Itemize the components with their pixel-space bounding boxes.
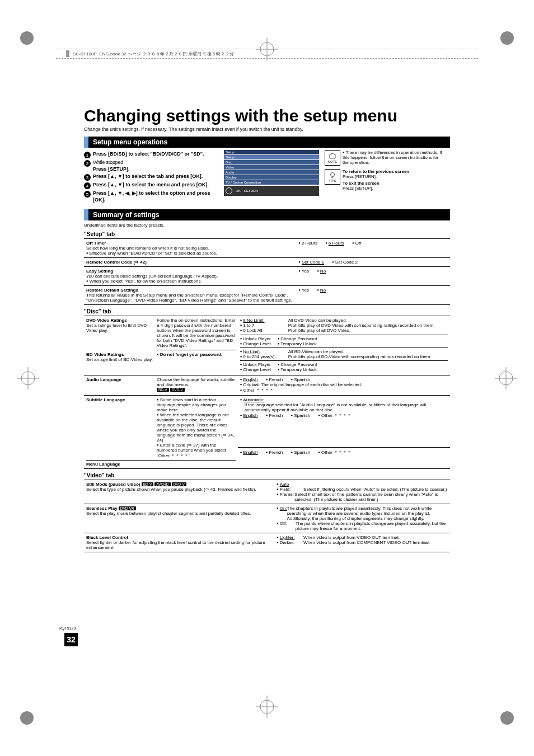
menu-item: TV / Device Connection [224, 180, 319, 185]
setting-title: Remote Control Code (⇨ 42) [86, 260, 147, 265]
tab-disc: "Disc" tab [84, 308, 450, 314]
option-default: 6 Hours [329, 241, 344, 246]
tab-video: "Video" tab [84, 472, 450, 478]
option-desc: Prohibits play of all DVD-Video. [288, 328, 448, 333]
option: Off: [280, 521, 287, 526]
option-default: No [320, 288, 326, 293]
step-text: Press [SETUP]. [93, 166, 130, 172]
note-icon: NOTE [325, 150, 340, 166]
option: Temporary Unlock [278, 341, 317, 346]
step-number: 1 [84, 152, 91, 158]
setting-title: Restore Default Settings [86, 288, 138, 293]
option: 0 Lock All: [243, 328, 263, 333]
note-text: There may be differences in operation me… [343, 150, 442, 165]
option: Yes [298, 288, 309, 293]
menu-item: Setup [224, 155, 319, 159]
option-default: Auto [280, 482, 289, 487]
setting-desc: Some discs start in a certain language d… [157, 397, 226, 412]
option-desc: Original: The original language of each … [243, 382, 362, 387]
setting-desc: Enter a code (⇨ 37) with the numbered bu… [157, 443, 226, 458]
setting-desc: Select the type of picture shown when yo… [86, 487, 256, 492]
option: Unlock Player [240, 336, 271, 341]
setup-table: Off Timer Select how long the unit remai… [84, 238, 450, 305]
step-number: 3 [84, 174, 91, 181]
option: Change Password [278, 362, 317, 367]
option-default: Lighter: [280, 535, 295, 540]
step-text: Press [▲, ▼] to select the menu and pres… [93, 182, 209, 187]
badge: AVCHD [154, 482, 170, 486]
setting-desc: Set a ratings level to limit DVD-Video p… [86, 323, 148, 333]
option-desc: Prohibits play of BD-Video with correspo… [288, 354, 448, 359]
step-text: While stopped [93, 159, 123, 165]
badge: DVD-V [172, 482, 186, 486]
setting-desc: Select the play mode between playlist ch… [86, 511, 251, 516]
svg-point-12 [331, 172, 335, 176]
option-desc: Select if small text or fine patterns ca… [294, 492, 448, 502]
option-desc: All BD-Video can be played. [288, 349, 448, 354]
step-text: Press [BD/SD] to select "BD/DVD/CD" or "… [93, 151, 204, 157]
step-number: 4 [84, 182, 91, 189]
option: Unlock Player [240, 362, 271, 367]
menu-item: Video [224, 165, 319, 170]
setting-title: Off Timer [86, 241, 106, 246]
menu-item: Audio [224, 170, 319, 175]
option: 2 Hours [298, 241, 317, 246]
option: Spanish [291, 377, 311, 382]
option: Spanish [291, 450, 311, 455]
page-subtitle: Change the unit's settings, if necessary… [84, 126, 450, 132]
menu-item: Display [224, 175, 319, 180]
option-desc: When video is output from COMPONENT VIDE… [303, 540, 430, 545]
setting-desc: Choose the language for audio, subtitle … [157, 377, 235, 387]
step-text: Press [▲, ▼, ◀, ▶] to select the option … [93, 190, 210, 203]
section-setup-ops: Setup menu operations [84, 137, 450, 148]
setting-desc: When you select "Yes", follow the on-scr… [90, 279, 202, 284]
setting-desc: Set an age limit of BD-Video play. [86, 357, 153, 362]
setting-title: Easy Setting [86, 269, 113, 274]
setting-title: Menu Language [86, 462, 120, 467]
setting-desc: Follow the on-screen instructions. Enter… [157, 318, 236, 348]
setting-title: Black Level Control [86, 535, 128, 540]
badge: DVD-VR [119, 506, 136, 510]
preset-note: Underlined items are the factory presets… [84, 223, 450, 228]
option-desc: The points where chapters in playlists c… [296, 521, 448, 531]
option-desc: The chapters in playlists are played sea… [287, 506, 448, 521]
badge: BD-V [142, 482, 154, 486]
setup-menu-illustration: Setup Setup Disc Video Audio Display TV … [224, 150, 319, 205]
option: French [266, 377, 283, 382]
option-desc: When video is output from VIDEO OUT term… [303, 535, 400, 540]
option-default: 8 No Limit: [243, 318, 264, 323]
setting-title: BD-Video Ratings [86, 352, 124, 357]
setting-desc: This returns all values in the Setup men… [86, 293, 292, 303]
option-desc: All DVD-Video can be played. [288, 318, 448, 323]
setting-desc: You can execute basic settings (On-scree… [86, 274, 218, 279]
option: Temporary Unlock [278, 367, 317, 372]
option: Off [352, 241, 361, 246]
steps-list: 1Press [BD/SD] to select "BD/DVD/CD" or … [84, 150, 218, 205]
step-number: 2 [84, 160, 91, 167]
tip-body: Press [RETURN]. [343, 174, 377, 179]
option-desc: Prohibits play of DVD-Video with corresp… [288, 323, 448, 328]
option: Darker: [280, 540, 294, 545]
option-default: No [320, 269, 326, 274]
option: 0 to 254 year(s): [243, 354, 275, 359]
option: Spanish [291, 413, 311, 418]
setting-desc: When the selected language is not availa… [157, 412, 234, 443]
tip-title: To exit the screen [343, 181, 380, 186]
option-default: Set Code 1 [302, 260, 324, 265]
option-default: No Limit: [243, 349, 261, 354]
setting-desc: Select lighter or darker for adjusting t… [86, 540, 265, 550]
option-desc: Select if jittering occurs when "Auto" i… [303, 487, 447, 492]
option: Other ＊＊＊＊ [240, 387, 274, 393]
disc-icon [226, 187, 232, 194]
option: Change Level [240, 341, 271, 346]
tips-icon: TIPS [325, 169, 340, 185]
option-default: Automatic: [243, 397, 264, 402]
option: 1 to 7: [243, 323, 255, 328]
option-default: English [243, 413, 257, 418]
disc-table: DVD-Video RatingsSet a ratings level to … [84, 316, 450, 469]
option: Frame: [280, 492, 294, 497]
option: Change Level [240, 367, 271, 372]
setting-desc: Select how long the unit remains on when… [86, 246, 209, 251]
setting-desc: Do not forget your password. [160, 352, 223, 357]
option: Change Password [278, 336, 317, 341]
